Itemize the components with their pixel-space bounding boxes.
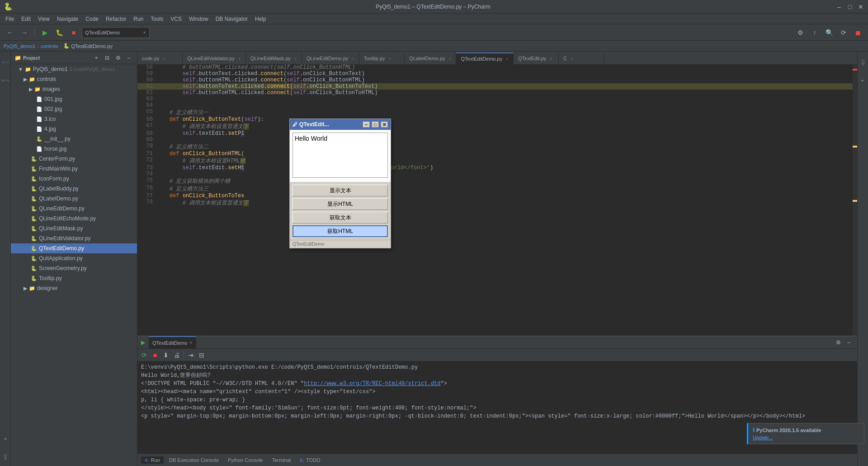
dialog-close-button[interactable]: ✕ [381, 121, 388, 128]
dialog-btn-获取文本[interactable]: 获取文本 [292, 212, 388, 223]
dialog-btn-显示HTML[interactable]: 显示HTML [292, 198, 388, 210]
tab-close-button[interactable]: × [571, 56, 573, 61]
bottom-tab-db-execution-console[interactable]: DB Execution Console [165, 456, 222, 464]
vcs-update-button[interactable]: ⟳ [837, 26, 850, 39]
bottom-tab-run[interactable]: 4:Run [141, 456, 164, 464]
menu-item-edit[interactable]: Edit [18, 15, 34, 23]
breadcrumb-part-2[interactable]: controls [41, 43, 58, 49]
dialog-textarea[interactable]: Hello World [292, 133, 388, 178]
menu-item-help[interactable]: Help [251, 15, 270, 23]
menu-item-view[interactable]: View [34, 15, 53, 23]
tree-item-IconForm-py[interactable]: 🐍IconForm.py [11, 174, 137, 184]
menu-item-window[interactable]: Window [185, 15, 212, 23]
tab-close-button[interactable]: × [506, 57, 509, 62]
hide-panel-button[interactable]: – [124, 53, 133, 62]
dialog-btn-获取HTML[interactable]: 获取HTML [292, 225, 388, 237]
tab-QLineEditValidator-py[interactable]: QLineEditValidator.py× [183, 52, 246, 64]
menu-item-db navigator[interactable]: DB Navigator [212, 15, 251, 23]
tab-QLineEditMask-py[interactable]: QLineEditMask.py× [246, 52, 302, 64]
tab-C[interactable]: C× [559, 52, 604, 64]
tree-item-QuitApplication-py[interactable]: 🐍QuitApplication.py [11, 253, 137, 263]
run-settings-button[interactable]: ⚙ [834, 338, 843, 347]
tree-item-__init__-py[interactable]: 🐍__init__.py [11, 134, 137, 144]
code-editor[interactable]: 58 # buttonHTML.clicked.connect(self.onC… [137, 64, 857, 336]
tab-QTextEdit-py[interactable]: QTextEdit.py× [514, 52, 559, 64]
menu-item-run[interactable]: Run [130, 15, 147, 23]
dialog-minimize-button[interactable]: – [363, 121, 370, 128]
close-button[interactable]: ✕ [857, 3, 864, 10]
run-button[interactable]: ▶ [38, 26, 51, 39]
settings-button[interactable]: ⚙ [794, 26, 807, 39]
run-link[interactable]: http://www.w3.org/TR/REC-html40/strict.d… [304, 380, 440, 387]
tab-Tooltip-py[interactable]: Tooltip.py× [359, 52, 405, 64]
project-icon[interactable]: 1P [1, 53, 10, 71]
tree-item-QLineEditDemo-py[interactable]: 🐍QLineEditDemo.py [11, 204, 137, 214]
bottom-tab-python-console[interactable]: Python Console [224, 456, 267, 464]
menu-item-vcs[interactable]: VCS [167, 15, 185, 23]
tree-item-001-jpg[interactable]: 📄001.jpg [11, 94, 137, 104]
run-tab-close[interactable]: ✕ [189, 340, 193, 345]
menu-item-file[interactable]: File [2, 15, 18, 23]
tab-code-py[interactable]: code.py× [137, 52, 183, 64]
breadcrumb-part-1[interactable]: PyQt5_demo1 [4, 43, 35, 49]
scroll-to-end-button[interactable]: ⬇ [161, 350, 171, 360]
settings-panel-button[interactable]: ⚙ [113, 53, 123, 62]
tab-close-button[interactable]: × [550, 56, 552, 61]
tree-item-FirstMainWin-py[interactable]: 🐍FirstMainWin.py [11, 164, 137, 174]
debug-button[interactable]: 🐛 [53, 26, 66, 39]
fold-button[interactable]: ⊟ [197, 350, 207, 360]
tree-item-QLineEditValidator-py[interactable]: 🐍QLineEditValidator.py [11, 233, 137, 243]
minimize-button[interactable]: – [835, 3, 843, 10]
update-button[interactable]: ↑ [808, 26, 821, 39]
tree-item-controls[interactable]: ▶📁controls [11, 74, 137, 84]
code-area[interactable]: 58 # buttonHTML.clicked.connect(self.onC… [137, 64, 853, 336]
tab-close-button[interactable]: × [238, 56, 241, 61]
favorites-icon[interactable]: ★ [1, 430, 10, 448]
database-icon[interactable]: DB [859, 53, 868, 71]
db-browser-icon[interactable]: DB [1, 448, 10, 466]
tab-close-button[interactable]: × [352, 56, 354, 61]
new-file-button[interactable]: + [92, 53, 101, 62]
commit-button[interactable]: ◼ [852, 26, 864, 39]
dialog-maximize-button[interactable]: □ [372, 121, 379, 128]
tab-QLabelDemo-py[interactable]: QLabelDemo.py× [405, 52, 456, 64]
tree-item-images[interactable]: ▶📁images [11, 84, 137, 94]
run-stop-button[interactable]: ■ [150, 350, 160, 360]
menu-item-tools[interactable]: Tools [147, 15, 167, 23]
run-hide-button[interactable]: – [844, 338, 854, 347]
stop-button[interactable]: ■ [67, 26, 80, 39]
tree-item-3-ico[interactable]: 📄3.ico [11, 114, 137, 124]
tree-item-horse-jpg[interactable]: 📄horse.jpg [11, 144, 137, 154]
back-button[interactable]: ← [4, 26, 16, 39]
run-config-selector[interactable]: QTextEditDemo ▼ [82, 27, 150, 38]
dialog-btn-显示文本[interactable]: 显示文本 [292, 185, 388, 196]
menu-item-refactor[interactable]: Refactor [102, 15, 130, 23]
tab-close-button[interactable]: × [294, 56, 297, 61]
tree-item-CenterForm-py[interactable]: 🐍CenterForm.py [11, 154, 137, 164]
tree-item-002-jpg[interactable]: 📄002.jpg [11, 104, 137, 114]
structure-icon[interactable]: 2S [1, 71, 10, 90]
bottom-tab-terminal[interactable]: Terminal [269, 456, 295, 464]
tab-close-button[interactable]: × [389, 56, 392, 61]
tab-close-button[interactable]: × [449, 56, 452, 61]
menu-item-navigate[interactable]: Navigate [53, 15, 82, 23]
tab-QTextEditDemo-py[interactable]: QTextEditDemo.py× [456, 52, 514, 64]
tree-item-QLineEditEchoMode-py[interactable]: 🐍QLineEditEchoMode.py [11, 214, 137, 223]
tab-close-button[interactable]: × [163, 56, 166, 61]
sidebar-right-icon[interactable]: ► [859, 71, 868, 90]
bottom-tab-todo[interactable]: 6:TODO [296, 456, 324, 464]
collapse-button[interactable]: ⊟ [103, 53, 112, 62]
tree-item-QLineEditMask-py[interactable]: 🐍QLineEditMask.py [11, 223, 137, 233]
rerun-button[interactable]: ⟳ [139, 350, 149, 360]
run-tab-active[interactable]: QTextEditDemo ✕ [149, 336, 196, 349]
tab-QLineEditDemo-py[interactable]: QLineEditDemo.py× [302, 52, 359, 64]
notification-update-link[interactable]: Update... [753, 435, 773, 440]
menu-item-code[interactable]: Code [82, 15, 102, 23]
tree-item-ScreenGeometry-py[interactable]: 🐍ScreenGeometry.py [11, 263, 137, 273]
search-button[interactable]: 🔍 [823, 26, 835, 39]
tree-item-QLabelDemo-py[interactable]: 🐍QLabelDemo.py [11, 194, 137, 204]
maximize-button[interactable]: □ [846, 3, 854, 10]
soft-wrap-button[interactable]: ⇥ [186, 350, 196, 360]
print-button[interactable]: 🖨 [172, 350, 182, 360]
tree-root[interactable]: ▼ 📁 PyQt5_demo1 E:\code\PyQt5_demo1 [11, 64, 137, 74]
